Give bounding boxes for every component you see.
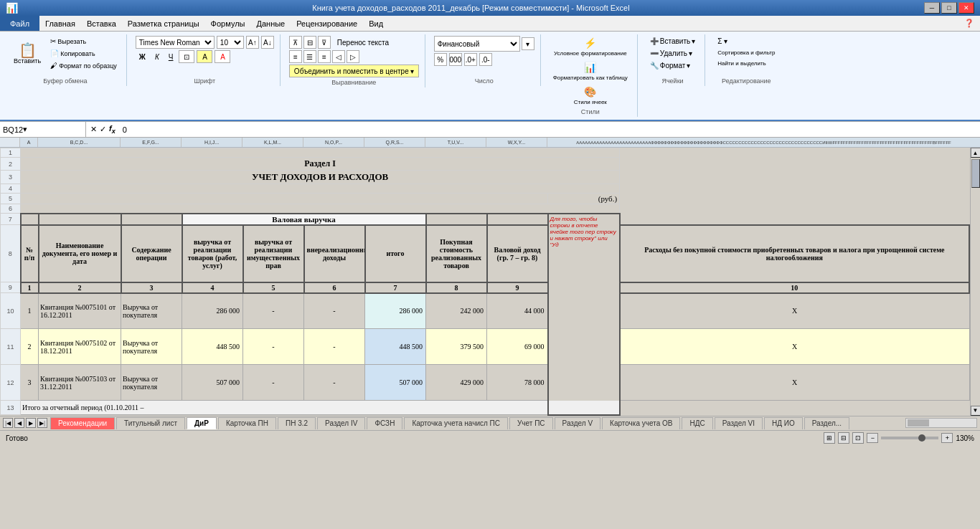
menu-item-layout[interactable]: Разметка страницы (122, 16, 205, 31)
border-button[interactable]: ⊡ (179, 50, 194, 63)
data-row2-col5[interactable]: - (243, 329, 304, 365)
formula-input[interactable] (120, 125, 980, 134)
sheet-tab-pn-card[interactable]: Карточка ПН (218, 417, 276, 429)
minimize-button[interactable]: ─ (924, 2, 940, 14)
find-select-button[interactable]: Найти и выделить (714, 59, 778, 68)
sheet-tab-section5[interactable]: Раздел V (555, 417, 601, 429)
decimal-increase-button[interactable]: .0+ (464, 53, 477, 66)
underline-button[interactable]: Ч (165, 50, 177, 63)
sheet-tab-ndio[interactable]: НД ИО (764, 417, 803, 429)
zoom-level[interactable]: 130% (956, 434, 974, 442)
data-row2-op[interactable]: Выручка от покупателя (121, 329, 182, 365)
number-format-select[interactable]: Финансовый (434, 36, 520, 52)
scroll-up-button[interactable]: ▲ (971, 148, 981, 158)
sheet-tab-section6[interactable]: Раздел VI (715, 417, 763, 429)
font-color-button[interactable]: А (215, 50, 230, 63)
sheet-tab-ps[interactable]: Учет ПС (509, 417, 553, 429)
delete-cells-button[interactable]: ➖ Удалить ▾ (646, 48, 699, 59)
tab-nav-last[interactable]: ▶| (37, 418, 47, 428)
align-left-button[interactable]: ≡ (289, 50, 302, 63)
data-row1-col7[interactable]: 286 000 (365, 293, 426, 329)
format-cells-button[interactable]: 🔧 Формат ▾ (646, 60, 699, 71)
align-top-button[interactable]: ⊼ (289, 36, 302, 49)
italic-button[interactable]: К (151, 50, 163, 63)
data-row1-col10[interactable]: X (620, 293, 969, 329)
insert-cells-button[interactable]: ➕ Вставить ▾ (646, 36, 699, 47)
formula-cancel-icon[interactable]: ✕ (90, 125, 97, 134)
cell-styles-button[interactable]: 🎨 Стили ячеек (570, 85, 611, 107)
paste-button[interactable]: 📋 Вставить (10, 41, 44, 67)
sheet-tab-ov-card[interactable]: Карточка учета ОВ (602, 417, 680, 429)
cut-button[interactable]: ✂ Вырезать (47, 36, 121, 47)
conditional-format-button[interactable]: ⚡ Условное форматирование (550, 36, 631, 58)
data-row3-col9[interactable]: 78 000 (487, 365, 548, 401)
sheet-tab-ps-card[interactable]: Карточка учета начисл ПС (404, 417, 508, 429)
data-row1-col6[interactable]: - (304, 293, 365, 329)
zoom-slider[interactable] (881, 437, 938, 439)
copy-button[interactable]: 📄 Копировать (47, 48, 121, 59)
sheet-tab-pn32[interactable]: ПН 3.2 (278, 417, 316, 429)
scroll-thumb[interactable] (971, 159, 980, 188)
data-row3-col5[interactable]: - (243, 365, 304, 401)
fill-color-button[interactable]: А (197, 50, 212, 63)
horizontal-scrollbar[interactable] (905, 418, 977, 428)
data-row1-col4[interactable]: 286 000 (182, 293, 243, 329)
format-table-button[interactable]: 📊 Форматировать как таблицу (550, 60, 631, 82)
data-row2-num[interactable]: 2 (21, 329, 39, 365)
data-row3-col8[interactable]: 429 000 (426, 365, 487, 401)
data-row3-col10[interactable]: X (620, 365, 969, 401)
sheet-tab-section[interactable]: Раздел... (804, 417, 849, 429)
sheet-tab-nds[interactable]: НДС (682, 417, 712, 429)
thousands-button[interactable]: 000 (449, 53, 462, 66)
increase-font-button[interactable]: A↑ (246, 36, 259, 49)
decimal-decrease-button[interactable]: .0- (479, 53, 492, 66)
data-row3-col4[interactable]: 507 000 (182, 365, 243, 401)
zoom-in-button[interactable]: + (941, 433, 953, 443)
tab-nav-first[interactable]: |◀ (3, 418, 13, 428)
tab-nav-next[interactable]: ▶ (26, 418, 36, 428)
vertical-scrollbar[interactable]: ▲ ▼ (970, 148, 980, 416)
align-middle-button[interactable]: ⊟ (303, 36, 316, 49)
name-box[interactable]: BQ12 ▾ (0, 122, 86, 137)
menu-item-insert[interactable]: Вставка (81, 16, 122, 31)
indent-increase-button[interactable]: ▷ (347, 50, 359, 63)
number-format-dropdown[interactable]: ▾ (522, 37, 534, 50)
scroll-down-button[interactable]: ▼ (971, 406, 981, 416)
wrap-text-button[interactable]: Перенос текста (332, 36, 394, 49)
formula-insert-icon[interactable]: fx (109, 124, 116, 135)
merge-center-button[interactable]: Объединить и поместить в центре ▾ (289, 65, 419, 77)
data-row2-col7[interactable]: 448 500 (365, 329, 426, 365)
view-normal-button[interactable]: ⊞ (824, 432, 835, 444)
view-layout-button[interactable]: ⊟ (838, 432, 849, 444)
sheet-tab-fszn[interactable]: ФСЗН (367, 417, 402, 429)
tab-nav-prev[interactable]: ◀ (14, 418, 24, 428)
data-row1-doc[interactable]: Квитанция №0075101 от 16.12.2011 (39, 293, 121, 329)
view-page-button[interactable]: ⊡ (852, 432, 864, 444)
font-name-select[interactable]: Times New Roman (136, 36, 215, 49)
data-row1-col9[interactable]: 44 000 (487, 293, 548, 329)
data-row2-doc[interactable]: Квитанция №0075102 от 18.12.2011 (39, 329, 121, 365)
data-row3-col6[interactable]: - (304, 365, 365, 401)
data-row3-num[interactable]: 3 (21, 365, 39, 401)
menu-item-formulas[interactable]: Формулы (205, 16, 251, 31)
sheet-tab-dir[interactable]: ДиР (187, 417, 217, 429)
data-row1-op[interactable]: Выручка от покупателя (121, 293, 182, 329)
help-icon[interactable]: ❓ (958, 16, 980, 31)
data-row2-col8[interactable]: 379 500 (426, 329, 487, 365)
menu-item-home[interactable]: Главная (39, 16, 81, 31)
zoom-out-button[interactable]: − (867, 433, 878, 443)
data-row3-col7[interactable]: 507 000 (365, 365, 426, 401)
align-right-button[interactable]: ≡ (318, 50, 331, 63)
align-bottom-button[interactable]: ⊽ (318, 36, 331, 49)
menu-item-data[interactable]: Данные (250, 16, 291, 31)
data-row2-col10[interactable]: X (620, 329, 969, 365)
formula-confirm-icon[interactable]: ✓ (100, 125, 106, 134)
menu-item-review[interactable]: Рецензирование (291, 16, 363, 31)
data-row1-num[interactable]: 1 (21, 293, 39, 329)
data-row2-col9[interactable]: 69 000 (487, 329, 548, 365)
data-row2-col6[interactable]: - (304, 329, 365, 365)
menu-item-file[interactable]: Файл (0, 16, 39, 31)
data-row2-col4[interactable]: 448 500 (182, 329, 243, 365)
decrease-font-button[interactable]: A↓ (261, 36, 274, 49)
sort-filter-button[interactable]: Сортировка и фильтр (714, 48, 778, 57)
